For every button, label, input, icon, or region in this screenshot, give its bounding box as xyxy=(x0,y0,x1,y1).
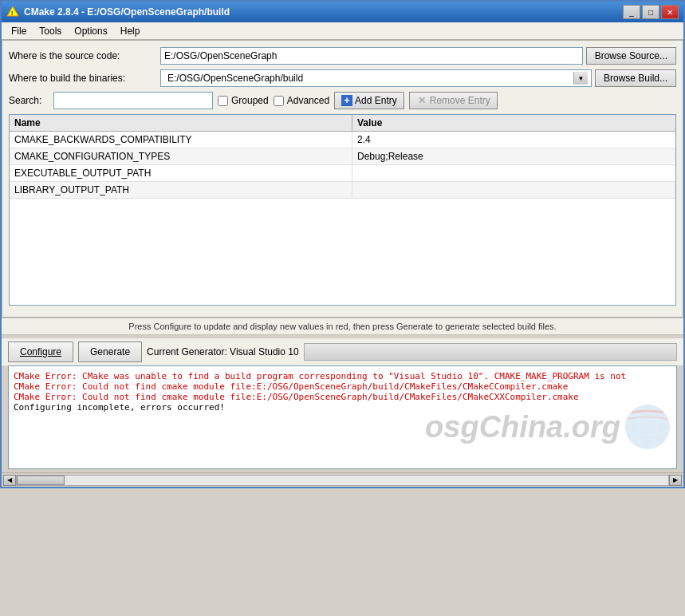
x-icon: ✕ xyxy=(416,95,427,106)
output-line-4: Configuring incomplete, errors occurred! xyxy=(14,402,671,413)
table-cell-name: EXECUTABLE_OUTPUT_PATH xyxy=(10,165,352,181)
maximize-button[interactable]: □ xyxy=(642,5,659,19)
main-content: Where is the source code: Browse Source.… xyxy=(2,40,683,318)
scrollbar-thumb[interactable] xyxy=(17,476,65,485)
table-header-value: Value xyxy=(352,115,675,131)
table-row[interactable]: LIBRARY_OUTPUT_PATH xyxy=(10,182,675,199)
table-row[interactable]: CMAKE_BACKWARDS_COMPATIBILITY 2.4 xyxy=(10,132,675,148)
menu-help[interactable]: Help xyxy=(114,24,147,38)
window-controls: _ □ ✕ xyxy=(623,5,679,19)
table-row[interactable]: EXECUTABLE_OUTPUT_PATH xyxy=(10,165,675,182)
table-cell-name: CMAKE_CONFIGURATION_TYPES xyxy=(10,148,352,164)
build-dropdown-arrow[interactable]: ▼ xyxy=(573,72,588,85)
menu-options[interactable]: Options xyxy=(68,24,113,38)
app-icon: ! xyxy=(6,6,19,18)
advanced-checkbox[interactable] xyxy=(274,96,284,106)
status-message: Press Configure to update and display ne… xyxy=(128,322,556,331)
build-label: Where to build the binaries: xyxy=(9,73,160,84)
table-cell-value xyxy=(352,182,675,198)
scroll-left-button[interactable]: ◀ xyxy=(3,475,16,486)
build-row: Where to build the binaries: ▼ Browse Bu… xyxy=(9,69,676,87)
remove-entry-button[interactable]: ✕ Remove Entry xyxy=(409,92,498,109)
table-cell-name: CMAKE_BACKWARDS_COMPATIBILITY xyxy=(10,132,352,148)
build-input[interactable] xyxy=(164,71,573,85)
add-entry-label: Add Entry xyxy=(355,95,397,106)
search-input[interactable] xyxy=(53,92,213,109)
generate-button[interactable]: Generate xyxy=(78,342,142,362)
table-cell-value xyxy=(352,165,675,181)
table-header: Name Value xyxy=(10,115,675,132)
remove-entry-label: Remove Entry xyxy=(430,95,490,106)
advanced-label: Advanced xyxy=(287,95,329,106)
generator-display xyxy=(304,343,677,361)
source-row: Where is the source code: Browse Source.… xyxy=(9,47,676,65)
search-label: Search: xyxy=(9,95,49,106)
generator-label: Current Generator: Visual Studio 10 xyxy=(147,346,299,357)
minimize-button[interactable]: _ xyxy=(623,5,640,19)
menu-file[interactable]: File xyxy=(5,24,33,38)
scroll-right-button[interactable]: ▶ xyxy=(669,475,682,486)
table-cell-value: 2.4 xyxy=(352,132,675,148)
build-input-combo: ▼ xyxy=(160,69,592,87)
table-row[interactable]: CMAKE_CONFIGURATION_TYPES Debug;Release xyxy=(10,148,675,165)
menu-tools[interactable]: Tools xyxy=(33,24,68,38)
output-area[interactable]: CMake Error: CMake was unable to find a … xyxy=(8,365,677,469)
add-entry-button[interactable]: + Add Entry xyxy=(334,92,404,109)
cmake-table[interactable]: Name Value CMAKE_BACKWARDS_COMPATIBILITY… xyxy=(9,114,676,306)
grouped-label: Grouped xyxy=(231,95,269,106)
browse-build-button[interactable]: Browse Build... xyxy=(595,69,676,87)
output-line-3: CMake Error: Could not find cmake module… xyxy=(14,392,671,402)
close-button[interactable]: ✕ xyxy=(661,5,679,19)
main-window: ! CMake 2.8.4 - E:/OSG/OpenSceneGraph/bu… xyxy=(0,0,685,488)
grouped-checkbox-group: Grouped xyxy=(218,95,269,106)
status-bar: Press Configure to update and display ne… xyxy=(2,318,683,335)
window-title: CMake 2.8.4 - E:/OSG/OpenSceneGraph/buil… xyxy=(24,6,623,18)
horizontal-scrollbar[interactable]: ◀ ▶ xyxy=(2,472,683,487)
configure-button[interactable]: Configure xyxy=(8,342,73,362)
title-bar: ! CMake 2.8.4 - E:/OSG/OpenSceneGraph/bu… xyxy=(2,2,683,22)
table-header-name: Name xyxy=(10,115,352,131)
browse-source-button[interactable]: Browse Source... xyxy=(586,47,676,65)
output-line-1: CMake Error: CMake was unable to find a … xyxy=(14,371,671,381)
action-row: Configure Generate Current Generator: Vi… xyxy=(2,338,683,365)
menu-bar: File Tools Options Help xyxy=(2,22,683,40)
search-row: Search: Grouped Advanced + Add Entry ✕ R… xyxy=(9,92,676,109)
source-input[interactable] xyxy=(160,47,583,65)
svg-text:!: ! xyxy=(11,10,13,16)
plus-icon: + xyxy=(341,95,352,106)
table-cell-name: LIBRARY_OUTPUT_PATH xyxy=(10,182,352,198)
output-line-2: CMake Error: Could not find cmake module… xyxy=(14,381,671,392)
scrollbar-track[interactable] xyxy=(16,475,669,486)
grouped-checkbox[interactable] xyxy=(218,96,228,106)
source-label: Where is the source code: xyxy=(9,50,160,61)
advanced-checkbox-group: Advanced xyxy=(274,95,329,106)
table-cell-value: Debug;Release xyxy=(352,148,675,164)
